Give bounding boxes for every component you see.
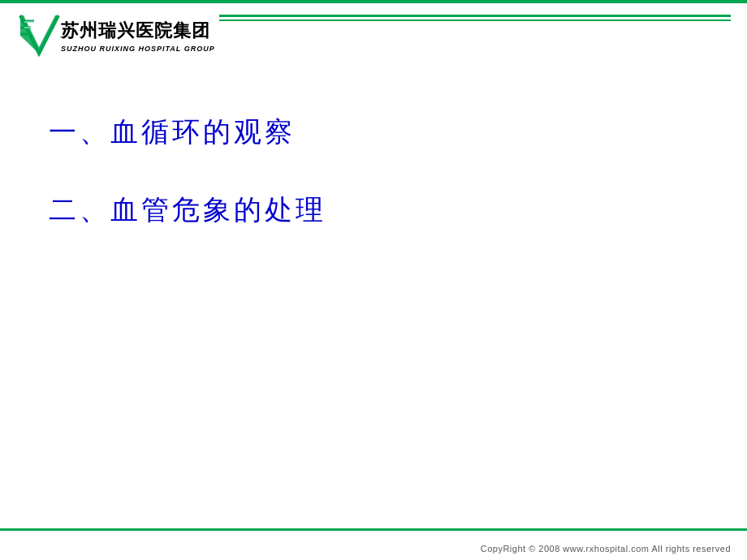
logo-chinese-name: 苏州瑞兴医院集团 (61, 19, 215, 43)
footer-line (0, 528, 747, 531)
logo-english-name: SUZHOU RUIXING HOSPITAL GROUP (61, 45, 215, 53)
header-line-thick (219, 15, 731, 17)
header-line-thin (219, 19, 731, 21)
copyright-text: CopyRight © 2008 www.rxhospital.com All … (481, 544, 731, 554)
header-decoration-lines (219, 15, 731, 21)
menu-item-1: 一、血循环的观察 (49, 114, 698, 151)
menu-text-1: 一、血循环的观察 (49, 117, 296, 147)
menu-text-2: 二、血管危象的处理 (49, 195, 326, 225)
logo-text-block: 苏州瑞兴医院集团 SUZHOU RUIXING HOSPITAL GROUP (61, 19, 215, 53)
header: 苏州瑞兴医院集团 SUZHOU RUIXING HOSPITAL GROUP (0, 3, 747, 68)
footer: CopyRight © 2008 www.rxhospital.com All … (0, 531, 747, 560)
logo-icon (16, 11, 61, 60)
menu-item-2: 二、血管危象的处理 (49, 192, 698, 229)
logo-area: 苏州瑞兴医院集团 SUZHOU RUIXING HOSPITAL GROUP (16, 11, 215, 60)
main-content: 一、血循环的观察 二、血管危象的处理 (49, 81, 698, 229)
slide-container: 苏州瑞兴医院集团 SUZHOU RUIXING HOSPITAL GROUP 一… (0, 0, 747, 560)
